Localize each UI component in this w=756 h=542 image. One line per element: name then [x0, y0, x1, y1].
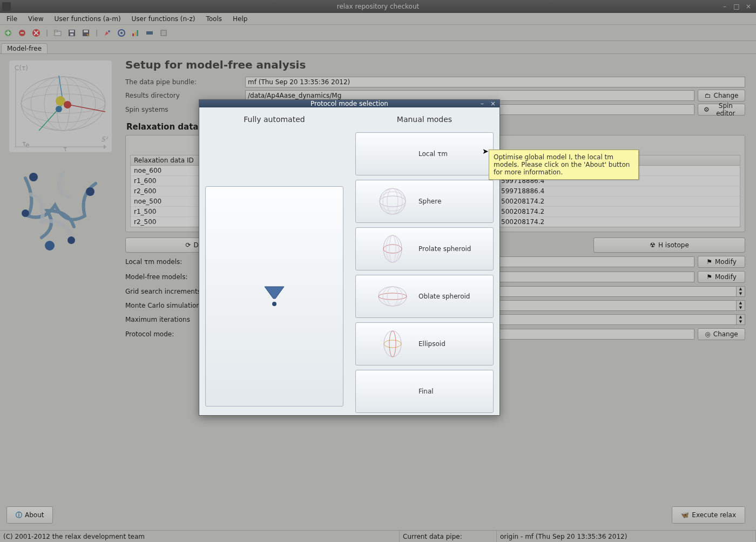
svg-point-57	[389, 331, 396, 357]
mode-oblate-button[interactable]: Oblate spheroid	[355, 275, 494, 318]
mode-ellipsoid-button[interactable]: Ellipsoid	[355, 322, 494, 365]
svg-point-53	[387, 287, 398, 306]
svg-point-45	[387, 188, 398, 214]
dialog-minimize-icon[interactable]: –	[478, 100, 487, 107]
svg-point-44	[380, 192, 406, 211]
svg-point-50	[386, 235, 399, 262]
svg-point-54	[383, 287, 402, 306]
sphere-icon	[376, 185, 409, 218]
oblate-icon	[376, 280, 409, 313]
mode-final-button[interactable]: Final	[355, 370, 494, 413]
mode-prolate-button[interactable]: Prolate spheroid	[355, 227, 494, 270]
funnel-icon	[260, 282, 288, 310]
svg-point-56	[384, 340, 401, 348]
dialog-close-icon[interactable]: ×	[489, 100, 497, 107]
manual-heading: Manual modes	[397, 115, 452, 124]
fully-automated-button[interactable]	[205, 186, 343, 406]
svg-point-49	[389, 235, 396, 262]
svg-point-41	[272, 302, 276, 306]
dialog-col-manual: Manual modes Local τm Sphere Prolate sph…	[349, 107, 500, 423]
protocol-mode-dialog: Protocol mode selection – × Fully automa…	[199, 99, 500, 416]
svg-point-46	[383, 188, 402, 214]
dialog-titlebar: Protocol mode selection – ×	[199, 100, 500, 107]
tooltip: Optimise global model I, the local tm mo…	[489, 150, 639, 180]
svg-marker-40	[265, 287, 284, 299]
ellipsoid-icon	[376, 328, 409, 360]
mode-sphere-button[interactable]: Sphere	[355, 180, 494, 223]
svg-point-55	[384, 331, 401, 357]
prolate-icon	[376, 233, 409, 265]
dialog-title: Protocol mode selection	[310, 100, 388, 107]
empty-icon	[376, 138, 409, 170]
dialog-icon	[201, 100, 209, 107]
dialog-col-auto: Fully automated	[199, 107, 349, 423]
mode-local-tm-button[interactable]: Local τm	[355, 132, 494, 175]
svg-point-42	[380, 188, 406, 214]
empty-icon	[376, 375, 409, 408]
auto-heading: Fully automated	[244, 115, 305, 124]
